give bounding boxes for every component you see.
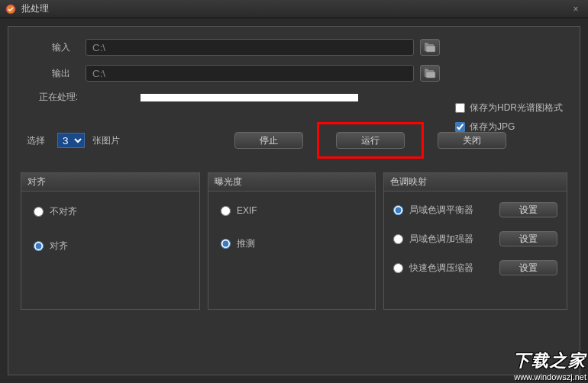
- window-title: 批处理: [21, 2, 568, 15]
- exposure-exif-radio[interactable]: EXIF: [221, 205, 363, 216]
- run-highlight: 运行: [317, 122, 424, 159]
- folder-icon: [424, 68, 436, 79]
- svg-rect-5: [425, 69, 428, 71]
- run-button[interactable]: 运行: [336, 132, 405, 149]
- watermark-text: 下载之家: [513, 349, 586, 372]
- sections: 对齐 不对齐 对齐 曝光度 EXIF 推测 色调映射 局域色调平衡器: [21, 172, 567, 310]
- select-label: 选择: [27, 134, 45, 147]
- tone-balance-radio[interactable]: 局域色调平衡器: [393, 204, 499, 217]
- tone-section: 色调映射 局域色调平衡器 设置 局域色调加强器 设置 快速色调压缩器 设置: [383, 172, 567, 310]
- tone-balance-row: 局域色调平衡器 设置: [393, 202, 557, 217]
- output-label: 输出: [21, 67, 86, 80]
- tone-header: 色调映射: [384, 173, 567, 192]
- save-options: 保存为HDR光谱图格式 保存为JPG: [455, 101, 563, 140]
- tone-balance-settings-button[interactable]: 设置: [499, 202, 557, 217]
- app-icon: [5, 3, 17, 15]
- exposure-section: 曝光度 EXIF 推测: [208, 172, 376, 310]
- save-jpg-label: 保存为JPG: [470, 121, 515, 134]
- save-hdr-label: 保存为HDR光谱图格式: [470, 101, 563, 114]
- close-icon[interactable]: ×: [568, 4, 583, 14]
- output-browse-button[interactable]: [420, 65, 440, 82]
- align-section: 对齐 不对齐 对齐: [21, 172, 200, 310]
- window-body: 输入 输出 正在处理: 保存为HDR光谱图格式 保存为JPG 选择 3 张图片: [0, 18, 588, 383]
- input-path-field[interactable]: [86, 39, 414, 56]
- output-row: 输出: [21, 65, 567, 82]
- tone-compress-row: 快速色调压缩器 设置: [393, 260, 557, 275]
- input-row: 输入: [21, 39, 567, 56]
- svg-rect-2: [425, 43, 428, 45]
- watermark: 下载之家 www.windowszj.net: [513, 349, 586, 381]
- folder-icon: [424, 42, 436, 53]
- exposure-guess-radio[interactable]: 推测: [221, 237, 363, 250]
- save-hdr-checkbox[interactable]: 保存为HDR光谱图格式: [455, 101, 563, 114]
- align-header: 对齐: [21, 173, 199, 192]
- image-count-select[interactable]: 3: [57, 133, 85, 148]
- align-none-radio[interactable]: 不对齐: [34, 205, 187, 218]
- output-path-field[interactable]: [86, 65, 414, 82]
- tone-enhance-settings-button[interactable]: 设置: [499, 231, 557, 246]
- tone-enhance-radio[interactable]: 局域色调加强器: [393, 233, 499, 246]
- svg-rect-6: [426, 72, 435, 78]
- save-jpg-checkbox[interactable]: 保存为JPG: [455, 121, 563, 134]
- input-browse-button[interactable]: [420, 39, 440, 56]
- watermark-url: www.windowszj.net: [513, 372, 586, 381]
- exposure-header: 曝光度: [208, 173, 375, 192]
- tone-compress-radio[interactable]: 快速色调压缩器: [393, 262, 499, 275]
- input-label: 输入: [21, 41, 86, 54]
- tone-enhance-row: 局域色调加强器 设置: [393, 231, 557, 246]
- svg-rect-3: [426, 46, 435, 52]
- titlebar: 批处理 ×: [0, 0, 588, 18]
- stop-button[interactable]: 停止: [234, 132, 303, 149]
- inner-panel: 输入 输出 正在处理: 保存为HDR光谱图格式 保存为JPG 选择 3 张图片: [8, 26, 580, 375]
- select-suffix: 张图片: [92, 134, 120, 147]
- progress-bar: [141, 94, 358, 101]
- tone-compress-settings-button[interactable]: 设置: [499, 260, 557, 275]
- align-align-radio[interactable]: 对齐: [34, 240, 187, 253]
- processing-label: 正在处理:: [21, 91, 93, 104]
